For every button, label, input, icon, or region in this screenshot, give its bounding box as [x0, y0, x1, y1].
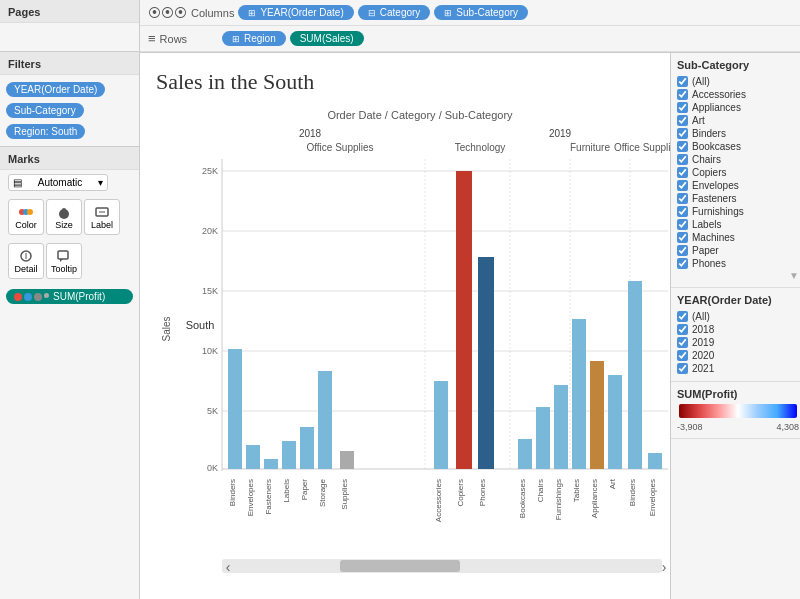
chart-main: Sales in the South Order Date / Category…: [140, 53, 670, 599]
profit-max-label: 4,308: [776, 422, 799, 432]
cat-tech-2018: Technology: [455, 142, 506, 153]
toolbar: ⦿⦿⦿ Columns ⊞ YEAR(Order Date) ⊟ Categor…: [140, 0, 800, 53]
svg-text:Supplies: Supplies: [340, 479, 349, 510]
tooltip-button[interactable]: Tooltip: [46, 243, 82, 279]
col-year-label: YEAR(Order Date): [260, 7, 343, 18]
profit-gradient-bar: [679, 404, 797, 418]
subcat-binders[interactable]: Binders: [677, 127, 799, 140]
marks-type-select[interactable]: ▤ Automatic ▾: [8, 174, 108, 191]
scrollbar-thumb[interactable]: [340, 560, 460, 572]
bar-art: [608, 375, 622, 469]
chart-subtitle: Order Date / Category / Sub-Category: [327, 109, 513, 121]
main-content: ⦿⦿⦿ Columns ⊞ YEAR(Order Date) ⊟ Categor…: [140, 0, 800, 599]
year-all[interactable]: (All): [677, 310, 799, 323]
svg-text:Envelopes: Envelopes: [246, 479, 255, 516]
svg-text:Art: Art: [608, 478, 617, 489]
subcat-all[interactable]: (All): [677, 75, 799, 88]
size-button[interactable]: Size: [46, 199, 82, 235]
year-2021[interactable]: 2021: [677, 362, 799, 375]
y-axis-title: Sales: [161, 316, 172, 341]
chart-title: Sales in the South: [140, 61, 670, 99]
profit-dots: [14, 293, 49, 301]
svg-point-4: [62, 208, 66, 212]
tooltip-label: Tooltip: [51, 264, 77, 274]
subcat-envelopes[interactable]: Envelopes: [677, 179, 799, 192]
bar-tables: [572, 319, 586, 469]
y-15k: 15K: [202, 286, 218, 296]
cat-furniture-2019: Furniture: [570, 142, 610, 153]
year-2018[interactable]: 2018: [677, 323, 799, 336]
columns-row: ⦿⦿⦿ Columns ⊞ YEAR(Order Date) ⊟ Categor…: [140, 0, 800, 26]
col-pill-subcategory[interactable]: ⊞ Sub-Category: [434, 5, 528, 20]
bar-accessories: [434, 381, 448, 469]
marks-dropdown-icon: ▾: [98, 177, 103, 188]
year-2020[interactable]: 2020: [677, 349, 799, 362]
filter-year[interactable]: YEAR(Order Date): [6, 82, 105, 97]
bar-fasteners: [264, 459, 278, 469]
bar-phones: [478, 257, 494, 469]
bar-appliances: [590, 361, 604, 469]
rows-icon-label: ≡ Rows: [148, 31, 218, 46]
subcat-accessories[interactable]: Accessories: [677, 88, 799, 101]
subcat-furnishings[interactable]: Furnishings: [677, 205, 799, 218]
bar-paper: [300, 427, 314, 469]
subcat-labels[interactable]: Labels: [677, 218, 799, 231]
bar-binders2: [628, 281, 642, 469]
color-button[interactable]: Color: [8, 199, 44, 235]
marks-icons-row2: Detail Tooltip: [0, 239, 139, 283]
subcat-phones[interactable]: Phones: [677, 257, 799, 270]
y-0k: 0K: [207, 463, 218, 473]
sum-profit-label: SUM(Profit): [53, 291, 105, 302]
filter-subcategory[interactable]: Sub-Category: [6, 103, 84, 118]
filter-region[interactable]: Region: South: [6, 124, 85, 139]
col-subcategory-label: Sub-Category: [456, 7, 518, 18]
subcat-appliances[interactable]: Appliances: [677, 101, 799, 114]
subcategory-filter-section: Sub-Category (All) Accessories Appliance…: [671, 53, 800, 288]
row-pill-sales[interactable]: SUM(Sales): [290, 31, 364, 46]
left-panel: Pages Filters YEAR(Order Date) Sub-Categ…: [0, 0, 140, 599]
rows-row: ≡ Rows ⊞ Region SUM(Sales): [140, 26, 800, 52]
row-pill-region[interactable]: ⊞ Region: [222, 31, 286, 46]
col-pill-category[interactable]: ⊟ Category: [358, 5, 431, 20]
profit-legend-title: SUM(Profit): [677, 388, 799, 400]
subcat-fasteners[interactable]: Fasteners: [677, 192, 799, 205]
bar-storage: [318, 371, 332, 469]
col-category-label: Category: [380, 7, 421, 18]
y-20k: 20K: [202, 226, 218, 236]
marks-section: Marks ▤ Automatic ▾ Color Size Label: [0, 147, 139, 599]
subcat-copiers[interactable]: Copiers: [677, 166, 799, 179]
y-10k: 10K: [202, 346, 218, 356]
label-label: Label: [91, 220, 113, 230]
pages-header: Pages: [0, 0, 139, 23]
svg-text:Bookcases: Bookcases: [518, 479, 527, 518]
year-filter-section: YEAR(Order Date) (All) 2018 2019 2020 20…: [671, 288, 800, 382]
svg-text:Tables: Tables: [572, 479, 581, 502]
marks-type-label: Automatic: [38, 177, 82, 188]
detail-button[interactable]: Detail: [8, 243, 44, 279]
region-south-label: South: [186, 319, 215, 331]
size-label: Size: [55, 220, 73, 230]
filters-section: Filters YEAR(Order Date) Sub-Category Re…: [0, 52, 139, 147]
subcat-machines[interactable]: Machines: [677, 231, 799, 244]
scroll-right-btn[interactable]: ›: [662, 559, 667, 575]
year-2019[interactable]: 2019: [677, 336, 799, 349]
bar-labels: [282, 441, 296, 469]
svg-text:Phones: Phones: [478, 479, 487, 506]
svg-rect-9: [58, 251, 68, 259]
bar-supplies: [340, 451, 354, 469]
detail-label: Detail: [15, 264, 38, 274]
filters-header: Filters: [0, 52, 139, 75]
subcat-chairs[interactable]: Chairs: [677, 153, 799, 166]
label-button[interactable]: Label: [84, 199, 120, 235]
subcat-art[interactable]: Art: [677, 114, 799, 127]
subcat-paper[interactable]: Paper: [677, 244, 799, 257]
col-pill-year[interactable]: ⊞ YEAR(Order Date): [238, 5, 353, 20]
right-panel: Sub-Category (All) Accessories Appliance…: [670, 53, 800, 599]
bar-envelopes: [246, 445, 260, 469]
svg-text:Paper: Paper: [300, 479, 309, 501]
scroll-left-btn[interactable]: ‹: [226, 559, 231, 575]
svg-text:Storage: Storage: [318, 478, 327, 507]
marks-header: Marks: [0, 147, 139, 170]
subcat-bookcases[interactable]: Bookcases: [677, 140, 799, 153]
sum-profit-pill[interactable]: SUM(Profit): [6, 289, 133, 304]
